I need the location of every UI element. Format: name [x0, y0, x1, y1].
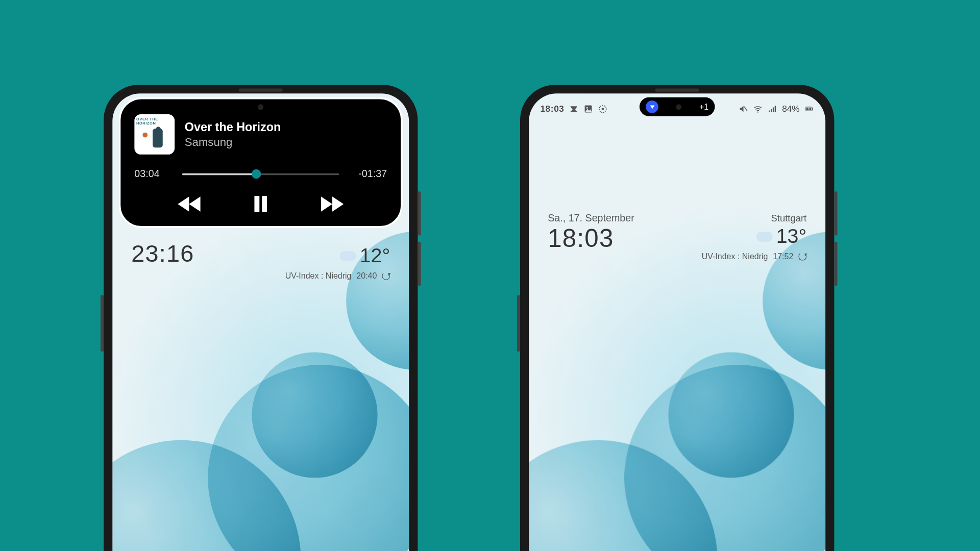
volume-down-button[interactable] [834, 242, 837, 286]
svg-line-6 [744, 106, 747, 111]
volume-up-button[interactable] [418, 191, 421, 235]
refresh-time: 17:52 [773, 252, 793, 261]
status-clock: 18:03 [540, 104, 564, 114]
seek-thumb[interactable] [251, 169, 260, 179]
wifi-icon [753, 104, 763, 113]
forward-button[interactable] [320, 195, 345, 214]
weather-location: Stuttgart [702, 213, 807, 223]
volume-down-button[interactable] [418, 242, 421, 286]
date-label: Sa., 17. September [548, 213, 634, 224]
dynamic-island-media[interactable]: OVER THE HORIZON Over the Horizon Samsun… [119, 97, 403, 228]
clock-widget[interactable]: 23:16 12° UV-Index : Niedrig 20:40 [131, 240, 390, 281]
camera-hole [258, 104, 263, 110]
settings-icon [598, 104, 607, 113]
svg-rect-9 [812, 108, 813, 109]
clock-time: 23:16 [131, 240, 194, 267]
uv-index-label: UV-Index : Niedrig [702, 252, 768, 261]
notification-icon-1 [569, 104, 578, 113]
speaker-grille [239, 89, 283, 92]
svg-point-7 [757, 111, 758, 112]
gallery-icon [584, 104, 593, 113]
mute-icon [739, 104, 748, 113]
track-artist: Samsung [185, 135, 281, 148]
refresh-icon[interactable] [382, 272, 390, 280]
seek-slider[interactable] [182, 173, 339, 175]
volume-up-button[interactable] [834, 191, 837, 235]
screen: 23:16 12° UV-Index : Niedrig 20:40 [112, 93, 409, 551]
phone-left: 23:16 12° UV-Index : Niedrig 20:40 [104, 85, 418, 551]
temperature: 13° [776, 225, 807, 248]
track-title: Over the Horizon [185, 120, 281, 134]
wallpaper [529, 93, 825, 551]
svg-rect-1 [262, 196, 267, 212]
time-remaining: -01:37 [348, 168, 387, 180]
temperature: 12° [360, 244, 390, 268]
weather-icon [339, 251, 356, 261]
camera-hole [676, 104, 681, 110]
speaker-grille [655, 89, 699, 92]
app-badge-icon [646, 101, 658, 113]
power-button[interactable] [517, 295, 520, 352]
dynamic-island-pill[interactable]: +1 [640, 97, 715, 116]
screen: 18:03 84% [529, 93, 825, 551]
weather-icon [756, 232, 772, 242]
refresh-icon[interactable] [798, 253, 806, 261]
clock-weather-widget[interactable]: Sa., 17. September 18:03 Stuttgart 13° U… [548, 213, 806, 261]
svg-point-3 [586, 107, 588, 108]
clock-time: 18:03 [548, 224, 634, 252]
svg-point-5 [602, 108, 604, 110]
uv-index-label: UV-Index : Niedrig [285, 271, 352, 281]
phone-right: 18:03 84% [520, 85, 834, 551]
power-button[interactable] [101, 295, 104, 352]
signal-icon [768, 104, 777, 113]
time-elapsed: 03:04 [134, 168, 173, 180]
album-art[interactable]: OVER THE HORIZON [134, 114, 175, 155]
battery-icon [805, 104, 814, 113]
refresh-time: 20:40 [356, 271, 377, 281]
battery-percent: 84% [782, 104, 799, 114]
album-art-caption: OVER THE HORIZON [136, 117, 173, 125]
notification-count: +1 [699, 102, 708, 111]
phone-frame: 23:16 12° UV-Index : Niedrig 20:40 [104, 85, 418, 551]
rewind-button[interactable] [177, 195, 202, 214]
phone-frame: 18:03 84% [520, 85, 834, 551]
pause-button[interactable] [248, 195, 273, 214]
svg-rect-0 [254, 196, 259, 212]
